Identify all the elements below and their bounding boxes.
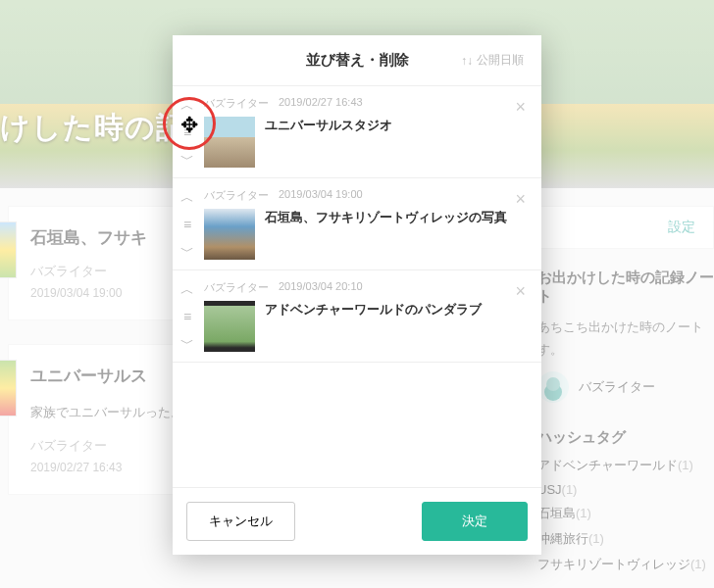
confirm-button[interactable]: 決定	[422, 502, 528, 541]
sortable-item[interactable]: ︿ ≡ ﹀ バズライター 2019/03/04 20:10 アドベンチャーワール…	[173, 270, 541, 363]
item-thumbnail	[204, 209, 255, 260]
move-down-icon[interactable]: ﹀	[180, 244, 194, 258]
move-down-icon[interactable]: ﹀	[180, 336, 194, 350]
item-title: アドベンチャーワールドのパンダラブ	[265, 301, 482, 318]
drag-handle-icon[interactable]: ≡	[183, 218, 191, 231]
move-up-icon[interactable]: ︿	[180, 98, 194, 112]
item-author: バズライター	[204, 280, 269, 295]
item-date: 2019/02/27 16:43	[279, 96, 363, 111]
sort-icon: ↑↓	[461, 54, 473, 68]
item-author: バズライター	[204, 96, 269, 111]
modal-footer: キャンセル 決定	[173, 487, 541, 555]
sortable-item[interactable]: ︿ ≡ ﹀ バズライター 2019/02/27 16:43 ユニバーサルスタジオ…	[173, 86, 541, 178]
drag-handle-icon[interactable]: ≡	[183, 125, 191, 139]
modal-body: ︿ ≡ ﹀ バズライター 2019/02/27 16:43 ユニバーサルスタジオ…	[173, 86, 541, 487]
cancel-button[interactable]: キャンセル	[186, 502, 295, 541]
drag-handle-icon[interactable]: ≡	[183, 310, 191, 323]
sort-controls: ︿ ≡ ﹀	[177, 96, 198, 168]
move-up-icon[interactable]: ︿	[180, 282, 194, 296]
item-title: 石垣島、フサキリゾートヴィレッジの写真	[265, 209, 507, 226]
move-up-icon[interactable]: ︿	[180, 190, 194, 204]
sort-delete-modal: 並び替え・削除 ↑↓ 公開日順 ︿ ≡ ﹀ バズライター 2019/02/27 …	[173, 35, 541, 555]
item-author: バズライター	[204, 188, 269, 203]
delete-item-button[interactable]: ×	[513, 188, 528, 260]
item-date: 2019/03/04 20:10	[279, 280, 363, 295]
sortable-item[interactable]: ︿ ≡ ﹀ バズライター 2019/03/04 19:00 石垣島、フサキリゾー…	[173, 178, 541, 270]
delete-item-button[interactable]: ×	[513, 96, 528, 168]
sort-label: 公開日順	[477, 52, 524, 69]
delete-item-button[interactable]: ×	[513, 280, 528, 352]
move-down-icon[interactable]: ﹀	[180, 152, 194, 166]
item-thumbnail	[204, 301, 255, 352]
item-date: 2019/03/04 19:00	[279, 188, 363, 203]
modal-header: 並び替え・削除 ↑↓ 公開日順	[173, 35, 541, 86]
item-title: ユニバーサルスタジオ	[265, 117, 392, 134]
sort-order-button[interactable]: ↑↓ 公開日順	[461, 52, 524, 69]
sort-controls: ︿ ≡ ﹀	[177, 188, 198, 260]
item-thumbnail	[204, 117, 255, 168]
sort-controls: ︿ ≡ ﹀	[177, 280, 198, 352]
